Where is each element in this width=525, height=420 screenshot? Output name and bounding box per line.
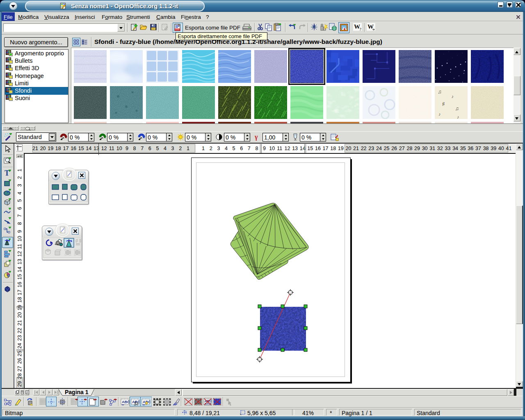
svg-text:W: W <box>368 23 374 30</box>
svg-text:♪: ♪ <box>457 114 459 119</box>
svg-text:♯: ♯ <box>442 101 445 107</box>
svg-text:♫: ♫ <box>455 106 459 112</box>
svg-text:♫: ♫ <box>438 89 441 95</box>
svg-text:T: T <box>5 169 9 177</box>
svg-text:♪: ♪ <box>452 94 454 99</box>
svg-text:?: ? <box>359 27 361 32</box>
svg-text:♪: ♪ <box>438 112 441 116</box>
svg-text:ABC: ABC <box>122 400 130 404</box>
svg-text:Pagina 1: Pagina 1 <box>65 389 89 395</box>
